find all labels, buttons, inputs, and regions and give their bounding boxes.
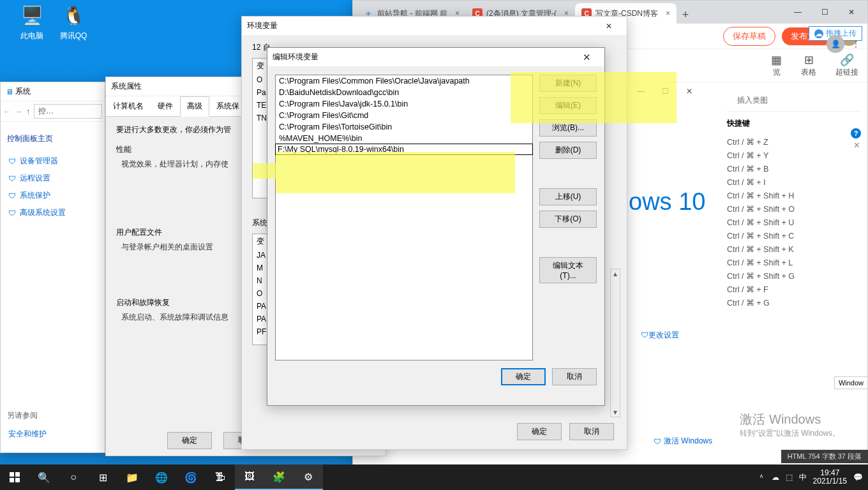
scrollbar[interactable]: ▴▾ [610,269,620,417]
window-title: 环境变量 [247,20,596,31]
notifications-button[interactable]: 💬 [853,473,863,482]
app-button[interactable]: ⚙ [294,464,323,490]
browser-window-controls: — ☐ ✕ [784,3,865,21]
path-item[interactable]: D:\BaiduNetdiskDownload\gcc\bin [276,87,532,98]
path-list[interactable]: C:\Program Files\Common Files\Oracle\Jav… [275,75,533,360]
close-icon[interactable]: × [666,9,670,18]
tool-preview[interactable]: ▦览 [771,53,782,78]
path-item[interactable]: C:\Program Files\TortoiseGit\bin [276,121,532,133]
close-button[interactable]: ✕ [677,83,701,100]
shortcut-item: Ctrl / ⌘ + F [727,283,861,296]
sidebar-link[interactable]: 🛡高级系统设置 [7,205,98,221]
path-item-editing[interactable] [276,144,532,154]
desktop-icon-this-pc[interactable]: 🖥️ 此电脑 [10,3,54,41]
tool-link[interactable]: 🔗超链接 [835,53,858,78]
tray-chevron-icon[interactable]: ＾ [758,472,765,483]
activate-windows-link[interactable]: 🛡激活 Windows [654,436,712,447]
security-maintenance-link[interactable]: 安全和维护 [7,426,48,442]
up-button[interactable]: ↑ [26,107,30,116]
cancel-button[interactable]: 取消 [569,423,614,440]
upload-float[interactable]: ☁拖拽上传 [809,26,862,41]
task-view-button[interactable]: ⊞ [88,464,117,490]
chrome-button[interactable]: 🌐 [147,464,176,490]
path-item[interactable]: C:\Program Files\Git\cmd [276,110,532,121]
move-up-button[interactable]: 上移(U) [539,188,597,205]
ok-button[interactable]: 确定 [167,432,212,449]
path-edit-input[interactable] [276,144,532,154]
app-button[interactable]: 🖼 [235,464,264,490]
publish-button[interactable]: 发布文章 [782,27,833,45]
shortcut-item: Ctrl / ⌘ + G [727,296,861,309]
cancel-button[interactable]: 取消 [552,368,597,385]
save-draft-button[interactable]: 保存草稿 [723,27,775,46]
close-panel-icon[interactable]: × [854,140,860,151]
path-item[interactable]: C:\Program Files\Java\jdk-15.0.1\bin [276,98,532,110]
monitor-icon: 🖥 [6,87,13,96]
file-explorer-button[interactable]: 📁 [117,464,147,490]
shortcut-item: Ctrl / ⌘ + Shift + K [727,242,861,256]
menu-icon[interactable]: ⋮ [852,40,860,48]
shortcut-item: Ctrl / ⌘ + Shift + L [727,256,861,269]
shortcut-item: Ctrl / ⌘ + Shift + U [727,216,861,229]
tool-table[interactable]: ⊞表格 [801,53,816,78]
new-tab-button[interactable]: + [677,6,694,24]
svg-rect-0 [10,472,14,477]
delete-button[interactable]: 删除(D) [539,142,597,159]
new-button[interactable]: 新建(N) [539,75,597,92]
ok-button[interactable]: 确定 [517,423,562,440]
path-item[interactable]: %MAVEN_HOME%\bin [276,133,532,144]
desktop-icon-label: 腾讯QQ [51,31,96,41]
forward-button[interactable]: → [15,107,22,116]
tray-icon[interactable]: ⬚ [786,473,793,482]
tab[interactable]: 硬件 [151,96,180,116]
start-button[interactable] [0,464,29,490]
edit-button[interactable]: 编辑(E) [539,97,597,114]
maximize-button[interactable]: ☐ [811,3,838,21]
minimize-button[interactable]: — [784,3,811,21]
app-button[interactable]: 🧩 [264,464,294,490]
activation-watermark: 激活 Windows 转到"设置"以激活 Windows。 [740,411,840,439]
qq-icon: 🐧 [61,3,86,28]
tab[interactable]: 计算机名 [106,96,151,116]
shortcut-item: Ctrl / ⌘ + Shift + H [727,189,861,202]
tray-icon[interactable]: ☁ [772,473,779,482]
change-settings-link[interactable]: 🛡更改设置 [641,330,679,341]
ime-indicator[interactable]: 中 [799,472,807,483]
back-button[interactable]: ← [3,107,11,116]
ok-button[interactable]: 确定 [501,368,546,385]
nav-toolbar: ← → ↑ 控… [1,101,105,122]
tab[interactable]: 高级 [180,96,209,117]
system-control-panel-window: 🖥 系统 ← → ↑ 控… 控制面板主页 🛡设备管理器🛡远程设置🛡系统保护🛡高级… [0,82,105,453]
link-icon: 🔗 [835,53,858,67]
sidebar-link[interactable]: 🛡远程设置 [7,170,98,186]
cortana-button[interactable]: ○ [59,464,88,490]
search-button[interactable]: 🔍 [29,464,59,490]
insert-image-tab[interactable]: 插入类图 [727,90,778,111]
sidebar-link[interactable]: 🛡设备管理器 [7,153,98,169]
browse-button[interactable]: 浏览(B)... [539,119,597,137]
editor-statusbar: HTML 754 字数 37 段落 [781,450,868,463]
move-down-button[interactable]: 下移(O) [539,211,597,228]
breadcrumb[interactable]: 控… [34,104,102,119]
table-icon: ⊞ [801,53,816,67]
user-icon[interactable]: 👤 [827,35,844,53]
app-button[interactable]: 🗜 [206,464,235,490]
shortcut-item: Ctrl / ⌘ + Shift + O [727,202,861,216]
help-icon[interactable]: ? [851,128,861,138]
minimize-button[interactable]: — [629,83,653,100]
path-item[interactable]: C:\Program Files\Common Files\Oracle\Jav… [276,75,532,87]
maximize-button[interactable]: ☐ [653,83,677,100]
see-also-label: 另请参阅 [7,410,48,421]
close-button[interactable]: ✕ [838,3,865,21]
desktop-icon-qq[interactable]: 🐧 腾讯QQ [51,3,96,41]
avatar[interactable] [839,27,858,46]
sidebar-link[interactable]: 🛡系统保护 [7,188,98,204]
os-version-text: ows 10 [629,188,705,216]
close-button[interactable]: ✕ [574,48,599,66]
close-button[interactable]: ✕ [596,17,622,35]
side-tag: Window [834,376,868,389]
clock[interactable]: 19:472021/1/15 [813,469,847,486]
edge-button[interactable]: 🌀 [176,464,206,490]
desktop-icon-label: 此电脑 [10,31,54,41]
edit-text-button[interactable]: 编辑文本(T)... [539,257,597,283]
